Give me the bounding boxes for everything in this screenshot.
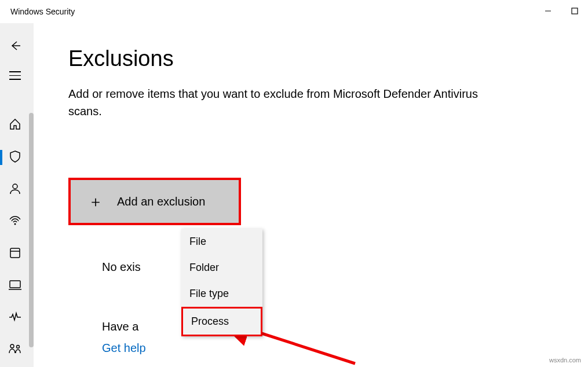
sidebar-item-family[interactable] [0,335,30,364]
add-exclusion-label: Add an exclusion [117,195,205,208]
sidebar-item-device-security[interactable] [0,270,30,299]
family-icon [8,343,22,355]
hamburger-icon [9,71,21,80]
watermark-text: wsxdn.com [549,357,581,364]
page-title: Exclusions [68,46,559,71]
existing-exclusions-text: No exis [102,260,141,274]
main-content: Exclusions Add or remove items that you … [34,23,588,367]
sidebar-scrollbar[interactable] [29,113,34,347]
title-bar: Windows Security [0,0,588,23]
maximize-button[interactable] [561,0,588,22]
minimize-icon [545,8,552,14]
account-icon [9,182,21,195]
svg-rect-6 [10,281,20,288]
svg-point-8 [10,344,14,348]
svg-point-9 [17,346,20,348]
shield-icon [9,150,21,163]
question-prompt: Have a [102,320,138,333]
dropdown-item-file[interactable]: File [181,229,262,255]
svg-point-2 [13,184,17,189]
window-title: Windows Security [10,7,75,16]
plus-icon: ＋ [88,192,103,212]
sidebar-item-virus-protection[interactable] [0,142,30,171]
device-icon [8,278,22,291]
add-exclusion-button[interactable]: ＋ Add an exclusion [71,180,239,223]
svg-rect-4 [10,248,20,258]
sidebar-item-home[interactable] [0,110,30,139]
back-button[interactable] [0,31,30,60]
app-control-icon [9,247,21,259]
dropdown-item-folder[interactable]: Folder [181,255,262,281]
dropdown-item-filetype[interactable]: File type [181,281,262,307]
sidebar-item-app-browser[interactable] [0,238,30,267]
svg-rect-1 [572,8,578,14]
hamburger-menu-button[interactable] [0,61,30,90]
sidebar [0,23,34,367]
maximize-icon [571,8,578,14]
sidebar-item-firewall[interactable] [0,206,30,235]
annotation-highlight-add: ＋ Add an exclusion [68,178,241,225]
dropdown-item-process[interactable]: Process [181,307,262,336]
sidebar-item-device-performance[interactable] [0,303,30,332]
sidebar-item-account[interactable] [0,174,30,203]
exclusion-type-dropdown: File Folder File type Process [181,229,262,336]
home-icon [9,118,21,130]
network-icon [8,214,22,227]
svg-point-3 [14,223,16,225]
minimize-button[interactable] [535,0,561,22]
window-controls [535,0,588,22]
get-help-link[interactable]: Get help [102,342,146,355]
back-arrow-icon [9,39,21,52]
page-description: Add or remove items that you want to exc… [68,85,497,120]
heart-rate-icon [8,311,22,324]
